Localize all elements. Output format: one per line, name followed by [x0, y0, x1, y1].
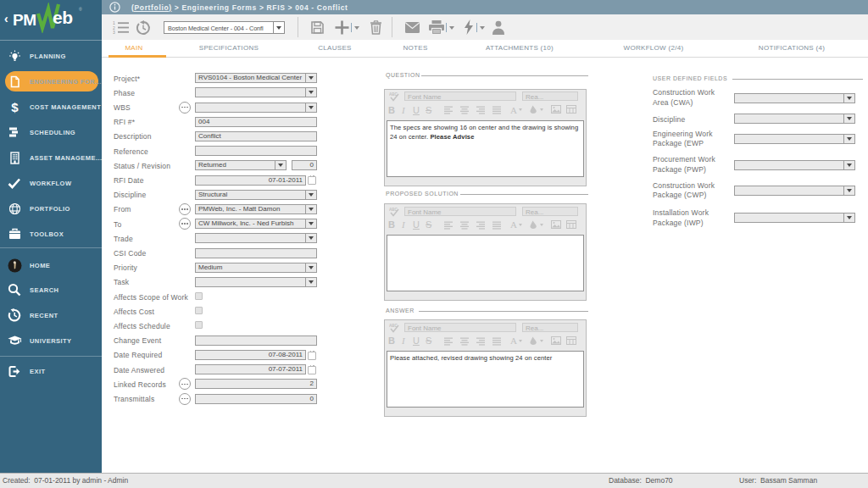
- svg-text:3: 3: [113, 30, 115, 34]
- svg-text:$: $: [11, 100, 19, 114]
